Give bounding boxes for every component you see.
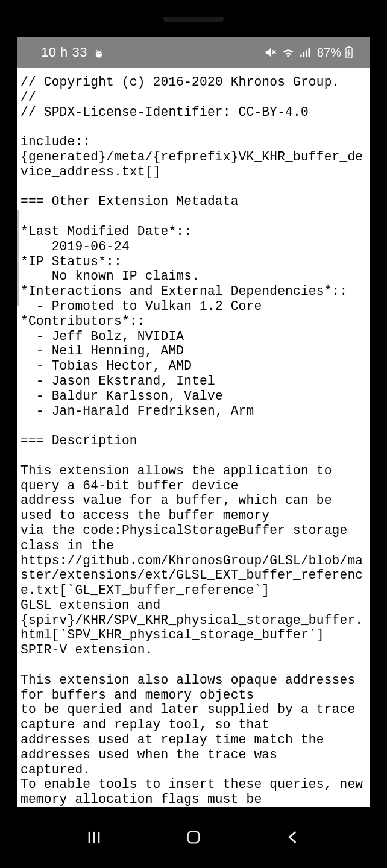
mute-icon (264, 46, 277, 59)
battery-percentage: 87% (317, 46, 341, 60)
svg-rect-12 (348, 46, 350, 48)
svg-rect-8 (303, 52, 304, 57)
svg-rect-16 (188, 832, 200, 843)
status-left: 10 h 33 (41, 45, 104, 60)
svg-point-0 (96, 51, 102, 58)
device-speaker (163, 17, 224, 22)
wifi-icon (281, 45, 295, 60)
recents-button[interactable] (76, 825, 112, 849)
signal-icon (299, 46, 312, 59)
svg-rect-10 (309, 48, 310, 57)
svg-rect-7 (300, 55, 302, 57)
svg-rect-9 (306, 50, 307, 57)
clock: 10 h 33 (41, 45, 87, 60)
content-area[interactable]: // Copyright (c) 2016-2020 Khronos Group… (17, 68, 370, 807)
back-button[interactable] (275, 825, 311, 849)
navigation-bar (8, 817, 379, 857)
svg-line-3 (96, 50, 98, 52)
document-text: // Copyright (c) 2016-2020 Khronos Group… (17, 68, 370, 807)
battery-charging-icon (345, 46, 353, 59)
status-bar: 10 h 33 (17, 37, 370, 68)
home-button[interactable] (175, 825, 212, 849)
scroll-indicator[interactable] (17, 210, 19, 306)
status-right: 87% (264, 45, 353, 60)
adb-icon (93, 47, 104, 58)
device-frame: 10 h 33 (8, 11, 379, 857)
svg-line-4 (100, 50, 101, 52)
svg-point-1 (97, 53, 98, 54)
svg-point-2 (99, 53, 101, 54)
